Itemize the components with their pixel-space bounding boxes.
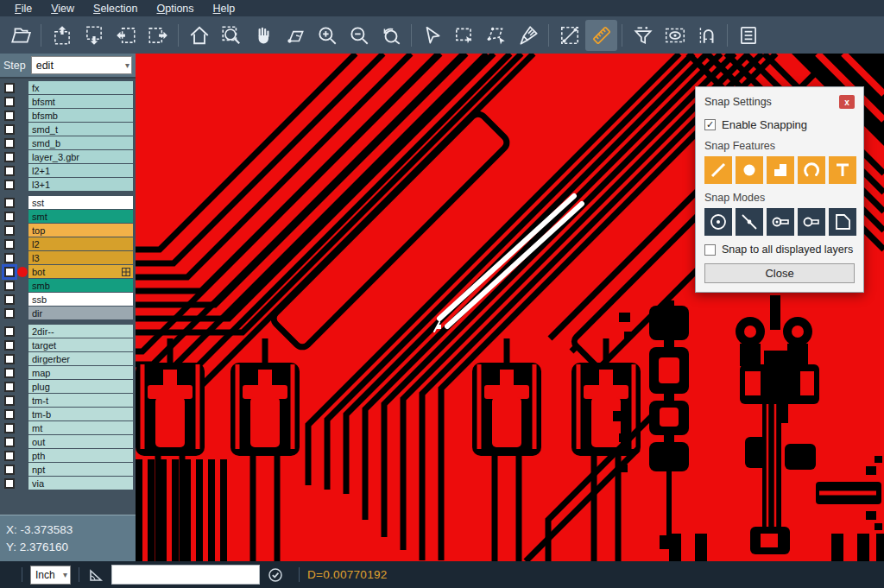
layer-row-npt[interactable]: npt xyxy=(0,463,136,476)
layer-row-tm-b[interactable]: tm-b xyxy=(0,408,136,420)
mode-contour-button[interactable] xyxy=(829,208,856,236)
layer-row-smd_b[interactable]: smd_b xyxy=(0,136,136,149)
mode-pad-entry-button[interactable] xyxy=(767,208,794,236)
layer-row-dir[interactable]: dir xyxy=(0,307,136,319)
zoom-out-button[interactable] xyxy=(343,20,375,51)
close-icon[interactable]: x xyxy=(839,95,855,109)
layer-name[interactable]: l2+1 xyxy=(28,164,133,177)
layer-row-map[interactable]: map xyxy=(0,366,136,379)
zoom-area-button[interactable] xyxy=(215,20,247,51)
layer-row-layer_3.gbr[interactable]: layer_3.gbr xyxy=(0,150,136,163)
layer-name[interactable]: smd_b xyxy=(28,136,133,149)
layer-row-pth[interactable]: pth xyxy=(0,449,136,462)
layer-row-bfsmb[interactable]: bfsmb xyxy=(0,109,136,122)
layer-name[interactable]: fx xyxy=(28,81,133,94)
layer-checkbox[interactable] xyxy=(4,326,15,337)
report-button[interactable] xyxy=(732,20,764,51)
pan-left-button[interactable] xyxy=(110,20,142,51)
layer-name[interactable]: tm-b xyxy=(28,408,133,420)
layer-checkbox[interactable] xyxy=(4,308,15,319)
layer-name[interactable]: 2dir-- xyxy=(28,325,133,338)
layer-name[interactable]: smd_t xyxy=(28,123,133,136)
layer-name[interactable]: l3+1 xyxy=(28,178,133,191)
snap-all-layers-checkbox[interactable] xyxy=(704,244,716,256)
layer-name[interactable]: smt xyxy=(28,210,133,223)
select-polygon-button[interactable] xyxy=(480,20,512,51)
close-button[interactable]: Close xyxy=(704,263,855,283)
layer-checkbox[interactable] xyxy=(4,382,15,392)
layer-name[interactable]: l2 xyxy=(28,237,133,250)
layer-name[interactable]: tm-t xyxy=(28,394,133,407)
layer-checkbox[interactable] xyxy=(4,340,15,351)
layer-row-target[interactable]: target xyxy=(0,338,136,351)
layer-checkbox[interactable] xyxy=(4,212,15,222)
layer-row-smt[interactable]: smt xyxy=(0,210,136,223)
layer-row-bfsmt[interactable]: bfsmt xyxy=(0,95,136,108)
snap-surface-button[interactable] xyxy=(767,156,794,184)
layer-row-tm-t[interactable]: tm-t xyxy=(0,394,136,407)
layer-checkbox[interactable] xyxy=(4,294,15,305)
layer-checkbox[interactable] xyxy=(4,409,15,420)
layer-name[interactable]: via xyxy=(28,477,133,490)
layer-row-l3[interactable]: l3 xyxy=(0,251,136,264)
layer-checkbox[interactable] xyxy=(4,124,15,135)
pan-right-button[interactable] xyxy=(142,20,174,51)
select-cursor-button[interactable] xyxy=(416,20,448,51)
zoom-polygon-button[interactable] xyxy=(279,20,311,51)
layer-checkbox[interactable] xyxy=(4,138,15,149)
layer-checkbox[interactable] xyxy=(4,166,15,176)
unit-select[interactable]: Inch ▾ xyxy=(30,566,71,585)
layer-checkbox[interactable] xyxy=(4,368,15,378)
layer-row-smd_t[interactable]: smd_t xyxy=(0,123,136,136)
layer-name[interactable]: bfsmt xyxy=(28,95,133,108)
layer-row-out[interactable]: out xyxy=(0,435,136,448)
layer-name[interactable]: dir xyxy=(28,307,133,319)
layer-row-l2[interactable]: l2 xyxy=(0,237,136,250)
layer-row-top[interactable]: top xyxy=(0,224,136,237)
layer-checkbox[interactable] xyxy=(4,239,15,250)
enable-snapping-row[interactable]: ✓ Enable Snapping xyxy=(704,118,855,131)
select-rectangle-button[interactable] xyxy=(448,20,480,51)
layer-name[interactable]: mt xyxy=(28,421,133,434)
layer-checkbox[interactable] xyxy=(4,97,15,107)
mode-center-button[interactable] xyxy=(704,208,732,236)
layer-name[interactable]: layer_3.gbr xyxy=(28,150,133,163)
measure-distance-button[interactable] xyxy=(553,20,585,51)
layer-name[interactable]: out xyxy=(28,435,133,448)
layer-row-plug[interactable]: plug xyxy=(0,380,136,393)
layer-checkbox[interactable] xyxy=(4,198,15,208)
layer-name[interactable]: npt xyxy=(28,463,133,476)
layer-checkbox[interactable] xyxy=(4,478,15,489)
apply-button[interactable] xyxy=(267,566,284,584)
snap-all-layers-row[interactable]: Snap to all displayed layers xyxy=(704,243,855,256)
home-view-button[interactable] xyxy=(183,20,215,51)
mode-pad-exit-button[interactable] xyxy=(798,208,825,236)
layer-checkbox[interactable] xyxy=(4,281,15,291)
layer-name[interactable]: target xyxy=(28,338,133,351)
enable-snapping-checkbox[interactable]: ✓ xyxy=(704,119,716,130)
layer-checkbox[interactable] xyxy=(4,395,15,406)
layer-row-l3+1[interactable]: l3+1 xyxy=(0,178,136,191)
layer-name[interactable]: dirgerber xyxy=(28,352,133,365)
layer-checkbox[interactable] xyxy=(4,152,15,162)
layer-name[interactable]: bot xyxy=(28,265,133,278)
layer-checkbox[interactable] xyxy=(4,225,15,236)
layer-name[interactable]: plug xyxy=(28,380,133,393)
layer-row-sst[interactable]: sst xyxy=(0,196,136,209)
layer-checkbox[interactable] xyxy=(4,354,15,364)
layer-row-smb[interactable]: smb xyxy=(0,279,136,292)
menu-options[interactable]: Options xyxy=(147,3,203,15)
menu-file[interactable]: File xyxy=(5,3,41,15)
layer-row-l2+1[interactable]: l2+1 xyxy=(0,164,136,177)
snap-line-button[interactable] xyxy=(704,156,732,184)
layer-row-via[interactable]: via xyxy=(0,477,136,490)
command-input[interactable] xyxy=(111,565,260,585)
layer-checkbox[interactable] xyxy=(4,253,15,263)
layer-name[interactable]: top xyxy=(28,224,133,237)
snap-magnet-button[interactable] xyxy=(691,20,723,51)
paint-brush-button[interactable] xyxy=(512,20,544,51)
zoom-in-button[interactable] xyxy=(311,20,343,51)
filter-button[interactable] xyxy=(627,20,659,51)
snap-arc-button[interactable] xyxy=(798,156,825,184)
layer-checkbox[interactable] xyxy=(4,111,15,121)
